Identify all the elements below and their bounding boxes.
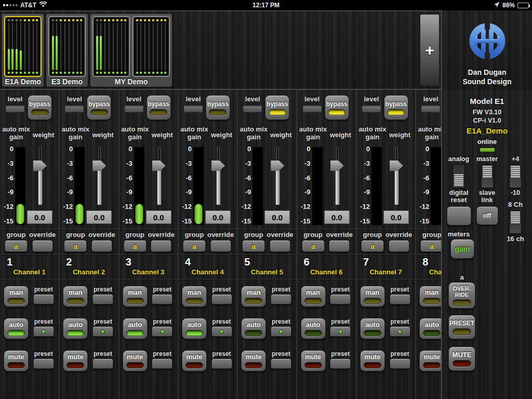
mute-preset-button[interactable] <box>211 358 232 369</box>
man-button[interactable]: man <box>241 286 266 307</box>
bypass-button[interactable]: bypass <box>28 95 52 120</box>
add-snapshot-button[interactable]: + <box>420 14 440 86</box>
man-button[interactable]: man <box>63 286 88 307</box>
override-button[interactable] <box>329 240 350 252</box>
channel-name[interactable]: Channel 1 <box>0 268 59 276</box>
bypass-button[interactable]: bypass <box>325 95 349 120</box>
snapshot-tile[interactable]: E1A Demo <box>2 14 44 87</box>
group-button[interactable]: a <box>5 240 28 252</box>
channel-name[interactable]: Channel 4 <box>178 268 237 276</box>
auto-button[interactable]: auto <box>182 318 207 339</box>
snapshot-tile[interactable]: E3 Demo <box>46 14 88 87</box>
reset-button[interactable] <box>447 206 471 225</box>
man-button[interactable]: man <box>301 286 326 307</box>
weight-slider[interactable] <box>88 147 110 205</box>
master-slave-switch[interactable] <box>481 164 494 188</box>
auto-button[interactable]: auto <box>301 318 326 339</box>
mute-button[interactable]: mute <box>182 350 207 371</box>
mute-button[interactable]: mute <box>301 350 326 371</box>
channel-name[interactable]: Channel 5 <box>237 268 296 276</box>
weight-slider[interactable] <box>207 147 229 205</box>
bypass-button[interactable]: bypass <box>265 95 289 120</box>
mute-button[interactable]: mute <box>360 350 385 371</box>
man-button[interactable]: man <box>360 286 385 307</box>
master-override-button[interactable]: OVER- RIDE <box>448 282 475 309</box>
man-button[interactable]: man <box>419 286 444 307</box>
group-button[interactable]: a <box>242 240 265 252</box>
auto-button[interactable]: auto <box>123 318 148 339</box>
auto-preset-button[interactable] <box>211 326 232 337</box>
bypass-button[interactable]: bypass <box>87 95 111 120</box>
mute-button[interactable]: mute <box>241 350 266 371</box>
weight-slider[interactable] <box>29 147 51 205</box>
weight-slider[interactable] <box>385 147 407 205</box>
man-button[interactable]: man <box>123 286 148 307</box>
override-button[interactable] <box>210 240 231 252</box>
weight-slider[interactable] <box>267 147 288 205</box>
auto-button[interactable]: auto <box>360 318 385 339</box>
channel-name[interactable]: Channel 6 <box>297 268 356 276</box>
channel-name[interactable]: Channel 7 <box>356 268 415 276</box>
mute-preset-button[interactable] <box>33 358 54 369</box>
weight-slider-thumb[interactable] <box>330 161 344 171</box>
weight-slider-thumb[interactable] <box>271 161 284 171</box>
mute-preset-button[interactable] <box>92 358 113 369</box>
mute-button[interactable]: mute <box>63 350 88 371</box>
man-preset-button[interactable] <box>211 294 232 304</box>
override-button[interactable] <box>389 240 409 252</box>
override-button[interactable] <box>270 240 290 252</box>
meters-mode-button[interactable]: gain <box>450 239 474 259</box>
weight-slider[interactable] <box>148 147 170 205</box>
analog-digital-switch[interactable] <box>453 164 465 188</box>
master-preset-button[interactable]: PRESET <box>448 315 475 339</box>
channel-name[interactable]: Channel 3 <box>119 268 178 276</box>
master-mute-button[interactable]: MUTE <box>448 347 475 371</box>
auto-preset-button[interactable] <box>92 326 113 337</box>
override-button[interactable] <box>32 240 53 252</box>
override-button[interactable] <box>91 240 112 252</box>
man-preset-button[interactable] <box>92 294 113 304</box>
channel-count-switch[interactable] <box>509 210 522 234</box>
man-preset-button[interactable] <box>271 294 291 304</box>
bypass-button[interactable]: bypass <box>384 95 408 120</box>
weight-slider[interactable] <box>326 147 348 205</box>
group-button[interactable]: a <box>361 240 384 252</box>
auto-preset-button[interactable] <box>330 326 351 337</box>
mute-preset-button[interactable] <box>271 358 291 369</box>
auto-button[interactable]: auto <box>63 318 88 339</box>
man-button[interactable]: man <box>182 286 207 307</box>
auto-preset-button[interactable] <box>152 326 172 337</box>
man-button[interactable]: man <box>4 286 29 307</box>
auto-preset-button[interactable] <box>33 326 54 337</box>
weight-slider-thumb[interactable] <box>92 161 106 171</box>
group-button[interactable]: a <box>64 240 87 252</box>
mute-preset-button[interactable] <box>152 358 172 369</box>
bypass-button[interactable]: bypass <box>147 95 171 120</box>
group-button[interactable]: a <box>420 240 443 252</box>
weight-slider-thumb[interactable] <box>390 161 403 171</box>
mute-preset-button[interactable] <box>330 358 351 369</box>
bypass-button[interactable]: bypass <box>206 95 230 120</box>
man-preset-button[interactable] <box>152 294 172 304</box>
man-preset-button[interactable] <box>33 294 54 304</box>
auto-button[interactable]: auto <box>419 318 444 339</box>
channel-name[interactable]: Channel 2 <box>59 268 118 276</box>
mute-button[interactable]: mute <box>419 350 444 371</box>
auto-preset-button[interactable] <box>271 326 291 337</box>
mute-button[interactable]: mute <box>123 350 148 371</box>
group-button[interactable]: a <box>302 240 325 252</box>
snapshot-tile[interactable]: MY Demo <box>90 14 172 87</box>
weight-slider-thumb[interactable] <box>33 161 47 171</box>
link-button[interactable]: off <box>476 206 498 225</box>
level-reference-switch[interactable] <box>509 164 522 188</box>
auto-button[interactable]: auto <box>4 318 29 339</box>
auto-preset-button[interactable] <box>390 326 410 337</box>
man-preset-button[interactable] <box>390 294 410 304</box>
weight-slider-thumb[interactable] <box>152 161 166 171</box>
override-button[interactable] <box>151 240 171 252</box>
auto-button[interactable]: auto <box>241 318 266 339</box>
mute-preset-button[interactable] <box>390 358 410 369</box>
mute-button[interactable]: mute <box>4 350 29 371</box>
man-preset-button[interactable] <box>330 294 351 304</box>
group-button[interactable]: a <box>124 240 147 252</box>
